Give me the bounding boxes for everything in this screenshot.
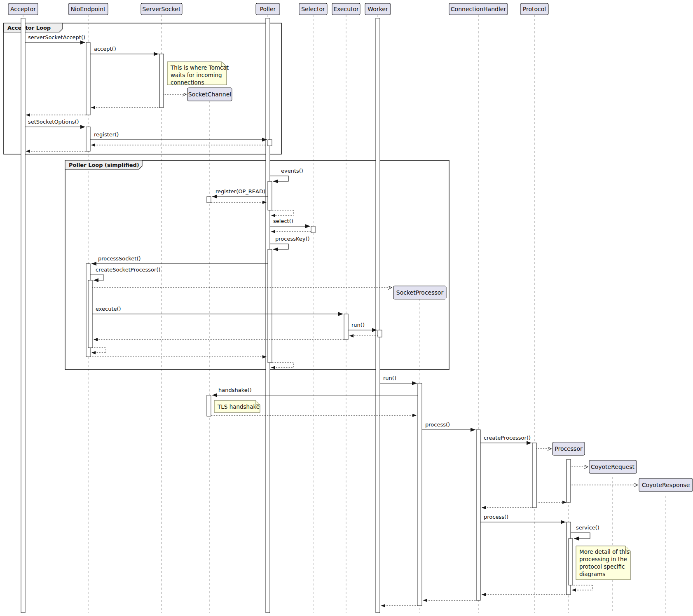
participant-serversocket-label: ServerSocket [143,6,181,12]
note-accept-line2: waits for incoming [171,72,222,78]
participant-selector-label: Selector [301,6,325,12]
message-createprocessor-label: createProcessor() [484,435,531,441]
participant-coyoterequest-label: CoyoteRequest [591,464,635,470]
activation-serversocket-accept [159,54,164,108]
activation-worker-main [376,18,380,613]
message-process-connectionhandler-label: process() [425,422,450,428]
note-accept-line1: This is where Tomcat [170,64,229,71]
note-protocol-line2: processing in the [579,556,627,562]
message-processkey-label: processKey() [275,236,310,242]
message-events-label: events() [281,168,303,174]
note-protocol-detail: More detail of this processing in the pr… [576,546,630,580]
participant-coyoteresponse-label: CoyoteResponse [642,482,690,488]
message-execute-label: execute() [96,306,121,312]
activation-connectionhandler-process [476,430,480,600]
activation-socketchannel-register [207,197,211,203]
selfreturn-createsocketprocessor [91,348,106,353]
participant-worker-label: Worker [368,6,388,12]
selfreturn-events [271,210,293,215]
messages-processing: run() handshake() process() createProces… [211,375,638,606]
participant-protocol-label: Protocol [523,6,546,12]
sequence-diagram: Acceptor Loop Poller Loop (simplified) [0,0,693,616]
message-register-label: register() [94,131,119,138]
frame-acceptor-loop: Acceptor Loop [4,23,281,154]
note-tls-handshake: TLS handshake [214,401,260,412]
activation-nioendpoint-createsocketprocessor [88,280,92,348]
message-serversocketaccept-label: serverSocketAccept() [28,34,85,40]
activation-poller-events [268,181,272,210]
activation-protocol-createprocessor [532,443,536,508]
activation-worker-run [378,330,382,337]
participant-headers: Acceptor NioEndpoint ServerSocket Poller… [8,3,548,15]
participant-socketprocessor-label: SocketProcessor [396,289,444,296]
note-protocol-line1: More detail of this [579,548,630,555]
participant-nioendpoint-label: NioEndpoint [70,6,106,12]
note-accept-line3: connections [171,79,204,86]
note-protocol-line4: diagrams [579,571,605,577]
participant-connectionhandler-label: ConnectionHandler [451,6,506,12]
selfcall-service-arrow [571,533,590,539]
acceptor-loop-label: Acceptor Loop [7,25,51,31]
note-protocol-line3: protocol specific [579,563,625,570]
activation-processor-service [569,539,573,585]
activation-poller-register [268,140,272,146]
activation-nioendpoint-setsocketoptions [86,127,90,151]
participant-acceptor-label: Acceptor [10,6,36,12]
participant-poller-label: Poller [260,6,276,12]
activations [86,42,573,606]
participant-executor-label: Executor [333,6,359,12]
message-processsocket-label: processSocket() [98,255,141,262]
activation-socketchannel-handshake [207,395,211,416]
activation-selector-select [311,226,315,233]
message-select-label: select() [273,218,293,224]
activation-socketprocessor-run [418,383,422,606]
participant-socketchannel-label: SocketChannel [188,91,231,98]
activation-processor-init [567,459,571,502]
activation-executor-execute [344,314,348,340]
activation-nioendpoint-accept [86,42,90,115]
message-handshake-label: handshake() [218,387,252,393]
selfcall-createsocketprocessor-arrow [90,275,104,280]
note-accept-wait: This is where Tomcat waits for incoming … [167,62,229,86]
message-setsocketoptions-label: setSocketOptions() [28,119,79,125]
poller-loop-label: Poller Loop (simplified) [69,162,139,168]
activation-acceptor-main [21,18,25,613]
activation-poller-processkey [268,249,272,363]
participant-processor-label: Processor [555,445,583,452]
selfreturn-processkey [271,363,293,368]
selfcall-events-arrow [270,176,288,181]
sequence-diagram-canvas: Acceptor Loop Poller Loop (simplified) [0,0,693,616]
activations-full [21,18,380,613]
created-participants: SocketChannel SocketProcessor Processor … [187,88,693,492]
message-run-worker-label: run() [351,322,365,328]
message-process-processor-label: process() [484,514,508,520]
selfcall-processkey-arrow [270,244,288,249]
message-createsocketprocessor-label: createSocketProcessor() [96,267,161,273]
acceptor-loop-border [4,23,281,154]
note-tls-line1: TLS handshake [217,403,260,410]
message-accept-label: accept() [94,46,116,52]
message-register-opread-label: register(OP_READ) [215,188,265,194]
selfreturn-service [572,585,592,590]
message-service-label: service() [576,525,599,531]
message-run-socketprocessor-label: run() [383,375,396,381]
